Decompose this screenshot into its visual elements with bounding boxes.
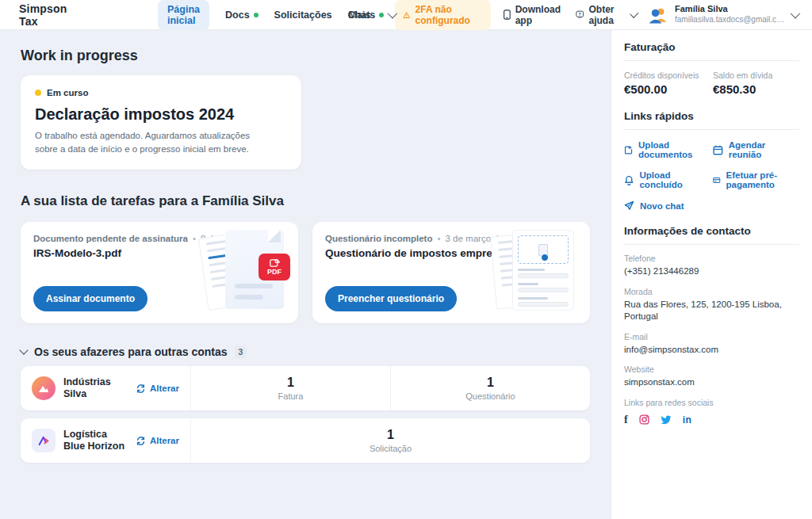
docs-unread-dot — [254, 13, 259, 17]
instagram-icon[interactable] — [639, 414, 649, 425]
balance-due-label: Saldo em dívida — [713, 71, 789, 80]
chevron-down-icon — [630, 10, 638, 18]
social-links-label: Links para redes sociais — [624, 398, 799, 407]
quick-link-upload-documents[interactable]: Upload documentos — [624, 140, 713, 159]
chevron-down-icon — [791, 9, 801, 19]
tasks-section-title: A sua lista de tarefas para a Família Si… — [21, 193, 590, 209]
credit-card-icon — [713, 175, 721, 185]
pdf-badge: PDF — [259, 254, 290, 280]
switch-label: Alterar — [150, 436, 179, 445]
stat-questionnaire[interactable]: 1 Questionário — [390, 366, 590, 410]
phone-icon — [504, 9, 511, 21]
user-meta: Família Silva familiasilva.taxdocs@gmail… — [675, 4, 784, 25]
avatar — [648, 6, 668, 24]
help-label: Obter ajuda — [589, 4, 626, 26]
main-content: Work in progress Em curso Declaração imp… — [0, 30, 611, 519]
account-row-logistica-blue-horizon: Logística Blue Horizon Alterar 1 Solicit… — [21, 418, 590, 463]
twitter-icon[interactable] — [661, 415, 672, 425]
job-card[interactable]: Em curso Declaração impostos 2024 O trab… — [21, 75, 301, 170]
account-avatar — [32, 376, 56, 400]
quick-links-title: Links rápidos — [624, 110, 799, 130]
task-type: Questionário incompleto — [325, 234, 432, 243]
credits-label: Créditos disponíveis — [624, 71, 700, 80]
questionnaire-illustration — [493, 230, 579, 312]
website-value[interactable]: simpsonstax.com — [624, 376, 799, 389]
switch-account-button[interactable]: Alterar — [136, 384, 179, 394]
pdf-document-illustration: PDF — [201, 230, 287, 312]
credits-block: Créditos disponíveis €500.00 — [624, 71, 700, 96]
calendar-icon — [713, 145, 723, 155]
quick-link-new-chat[interactable]: Novo chat — [624, 200, 713, 211]
address-value: Rua das Flores, 125, 1200-195 Lisboa, Po… — [624, 299, 799, 323]
quick-links-section: Links rápidos Upload documentos Agendar … — [624, 110, 799, 211]
quick-link-label: Agendar reunião — [729, 140, 799, 159]
account-name: Logística Blue Horizon — [63, 429, 128, 453]
other-accounts-title: Os seus afazeres para outras contas — [34, 345, 228, 358]
work-in-progress-title: Work in progress — [21, 48, 590, 64]
quick-link-label: Upload concluído — [639, 170, 713, 189]
phone-label: Telefone — [624, 254, 799, 263]
job-description: O trabalho está agendado. Aguardamos atu… — [35, 129, 273, 155]
switch-account-button[interactable]: Alterar — [136, 436, 179, 446]
nav-item-chats-mais[interactable]: Chats Mais — [348, 10, 396, 21]
nav-item-requests[interactable]: Solicitações — [274, 10, 332, 21]
user-name: Família Silva — [675, 4, 784, 15]
topbar-tools: 2FA não configurado Download app ? Obter… — [395, 0, 798, 30]
task-card-questionnaire: Questionário incompleto 3 de março de 20… — [312, 222, 590, 323]
account-info: Logística Blue Horizon Alterar — [21, 418, 190, 463]
svg-text:?: ? — [579, 12, 581, 17]
quick-link-schedule-meeting[interactable]: Agendar reunião — [713, 140, 799, 159]
user-account-menu[interactable]: Família Silva familiasilva.taxdocs@gmail… — [648, 4, 798, 25]
warning-triangle-icon — [403, 10, 410, 20]
account-info: Indústrias Silva Alterar — [21, 366, 190, 410]
task-type: Documento pendente de assinatura — [33, 234, 188, 243]
website-label: Website — [624, 364, 799, 374]
quick-link-prepayment[interactable]: Efetuar pré-pagamento — [713, 170, 799, 189]
phone-value[interactable]: (+351) 213446289 — [624, 265, 799, 278]
download-app-button[interactable]: Download app — [504, 4, 563, 26]
job-status-label: Em curso — [47, 88, 88, 97]
job-status: Em curso — [35, 88, 287, 97]
facebook-icon[interactable]: f — [624, 414, 628, 426]
task-card-document: Documento pendente de assinatura 8 de ma… — [21, 222, 298, 323]
stat-request[interactable]: 1 Solicitação — [190, 418, 590, 463]
switch-icon — [136, 384, 146, 394]
sign-document-button[interactable]: Assinar documento — [33, 286, 147, 311]
collapse-chevron-icon[interactable] — [19, 346, 28, 355]
account-row-industrias-silva: Indústrias Silva Alterar 1 Fatura 1 Ques… — [21, 366, 590, 410]
linkedin-icon[interactable]: in — [683, 414, 692, 426]
job-name: Declaração impostos 2024 — [35, 105, 287, 124]
contact-info-title: Informações de contacto — [624, 225, 799, 245]
user-email: familiasilva.taxdocs@gmail.c… — [675, 15, 784, 25]
nav-more-label: Mais — [349, 10, 371, 21]
other-accounts-count-badge: 3 — [235, 345, 247, 358]
stat-label: Questionário — [465, 391, 515, 401]
billing-section: Faturação Créditos disponíveis €500.00 S… — [624, 41, 799, 96]
quick-link-label: Novo chat — [640, 201, 684, 211]
help-menu-button[interactable]: ? Obter ajuda — [576, 4, 635, 26]
pdf-badge-label: PDF — [267, 269, 282, 276]
nav-item-docs[interactable]: Docs — [225, 10, 259, 21]
fill-questionnaire-button[interactable]: Preencher questionário — [325, 286, 457, 311]
stat-invoice[interactable]: 1 Fatura — [190, 366, 390, 410]
main-nav: Página inicial Docs Solicitações Chats M… — [158, 0, 395, 30]
app-logo[interactable]: Simpson Tax — [19, 2, 79, 28]
help-icon: ? — [576, 9, 584, 21]
twofa-label: 2FA não configurado — [416, 4, 483, 26]
switch-icon — [136, 436, 146, 446]
stat-label: Solicitação — [370, 444, 412, 453]
email-value[interactable]: info@simpsonstax.com — [624, 344, 799, 357]
quick-link-label: Upload documentos — [638, 140, 713, 159]
chats-unread-dot — [379, 13, 384, 17]
nav-item-home[interactable]: Página inicial — [158, 0, 209, 30]
quick-link-upload-complete[interactable]: Upload concluído — [624, 170, 713, 189]
credits-value: €500.00 — [624, 82, 700, 96]
twofa-warning-badge[interactable]: 2FA não configurado — [395, 0, 491, 30]
upload-document-icon — [624, 145, 633, 155]
nav-docs-label: Docs — [225, 10, 250, 21]
top-bar: Simpson Tax Página inicial Docs Solicita… — [0, 0, 812, 30]
account-avatar — [32, 429, 56, 452]
paper-plane-icon — [624, 200, 634, 211]
email-label: E-mail — [624, 332, 799, 342]
bell-icon — [624, 175, 634, 185]
